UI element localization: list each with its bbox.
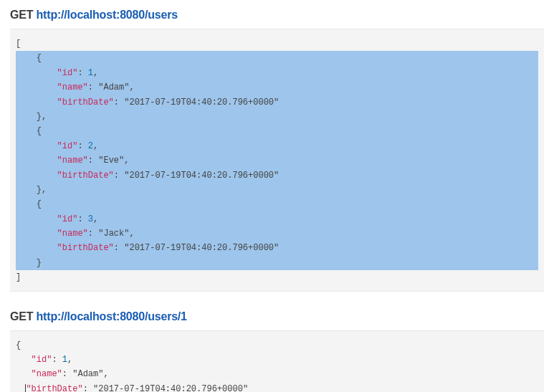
request-url[interactable]: http://localhost:8080/users [37, 9, 178, 21]
json-value-birthdate: 2017-07-19T04:40:20.796+0000 [129, 171, 274, 181]
json-key-name: "name" [57, 82, 88, 92]
json-key-birthdate: "birthDate" [57, 97, 114, 107]
json-close-bracket: ] [16, 272, 21, 282]
json-key-id: "id" [32, 355, 52, 365]
json-key-birthdate: "birthDate" [57, 171, 114, 181]
json-key-id: "id" [57, 68, 78, 78]
request-url[interactable]: http://localhost:8080/users/1 [37, 310, 187, 322]
json-key-birthdate: "birthDate" [57, 243, 114, 253]
json-value-id: 3 [88, 214, 93, 224]
json-value-id: 1 [88, 68, 93, 78]
request-line-2: GET http://localhost:8080/users/1 [10, 310, 544, 323]
json-value-birthdate: 2017-07-19T04:40:20.796+0000 [129, 243, 274, 253]
json-value-id: 2 [88, 141, 93, 151]
response-body-2[interactable]: { "id": 1, "name": "Adam", "birthDate": … [10, 330, 544, 392]
json-key-id: "id" [57, 214, 78, 224]
json-value-name: Eve [103, 156, 119, 166]
http-method: GET [10, 310, 33, 322]
json-key-birthdate: "birthDate" [26, 384, 82, 392]
response-body-1[interactable]: [ { "id": 1, "name": "Adam", "birthDate"… [10, 29, 544, 292]
json-key-name: "name" [57, 156, 88, 166]
http-method: GET [10, 9, 33, 21]
json-value-name: Adam [77, 369, 98, 379]
json-value-id: 1 [62, 355, 67, 365]
json-value-name: Jack [103, 229, 124, 239]
text-selection: { "id": 1, "name": "Adam", "birthDate": … [16, 51, 538, 270]
json-key-id: "id" [57, 141, 78, 151]
json-open-bracket: [ [16, 39, 21, 49]
json-key-name: "name" [32, 369, 62, 379]
json-value-birthdate: 2017-07-19T04:40:20.796+0000 [98, 384, 243, 392]
json-key-name: "name" [57, 229, 88, 239]
json-value-birthdate: 2017-07-19T04:40:20.796+0000 [129, 97, 274, 107]
json-value-name: Adam [103, 82, 124, 92]
request-line-1: GET http://localhost:8080/users [10, 9, 544, 21]
